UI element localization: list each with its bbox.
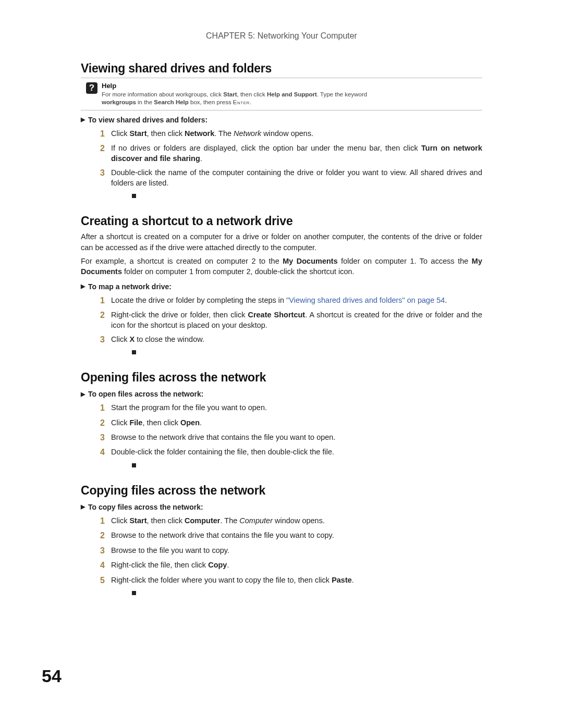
document-page: CHAPTER 5: Networking Your Computer View… (0, 0, 563, 644)
step-text: Click File, then click Open. (111, 417, 482, 429)
triangle-icon: ▶ (81, 503, 85, 510)
triangle-icon: ▶ (81, 391, 85, 398)
step-text: Double-click the name of the computer co… (111, 167, 482, 201)
step-number: 2 (90, 417, 111, 429)
step-text: Browse to the network drive that contain… (111, 530, 482, 541)
step-number: 4 (90, 560, 111, 571)
step-number: 2 (90, 530, 111, 541)
question-icon: ? (86, 82, 97, 94)
step-text: Browse to the file you want to copy. (111, 545, 482, 557)
section-rule (81, 78, 482, 78)
step-number: 1 (90, 295, 111, 306)
step-item: 3 Click X to close the window. (90, 334, 482, 357)
step-text: Click X to close the window. (111, 334, 482, 357)
steps-map-drive: 1 Locate the drive or folder by completi… (90, 295, 482, 357)
triangle-icon: ▶ (81, 283, 85, 290)
end-square-icon (132, 463, 136, 467)
step-item: 2 If no drives or folders are displayed,… (90, 143, 482, 164)
end-square-icon (132, 591, 136, 595)
step-number: 3 (90, 545, 111, 557)
step-text: Right-click the folder where you want to… (111, 575, 482, 598)
step-number: 3 (90, 167, 111, 201)
step-item: 5 Right-click the folder where you want … (90, 575, 482, 598)
step-text: Start the program for the file you want … (111, 402, 482, 414)
step-text: Locate the drive or folder by completing… (111, 295, 482, 306)
chapter-header: CHAPTER 5: Networking Your Computer (81, 31, 482, 41)
page-number: 54 (42, 666, 62, 686)
step-item: 3 Browse to the network drive that conta… (90, 432, 482, 443)
step-item: 4 Double-click the folder containing the… (90, 447, 482, 470)
steps-open-files: 1 Start the program for the file you wan… (90, 402, 482, 470)
step-text: Click Start, then click Network. The Net… (111, 128, 482, 140)
step-item: 2 Right-click the drive or folder, then … (90, 310, 482, 331)
step-item: 1 Start the program for the file you wan… (90, 402, 482, 414)
step-text: Double-click the folder containing the f… (111, 447, 482, 470)
step-number: 3 (90, 432, 111, 443)
step-item: 2 Browse to the network drive that conta… (90, 530, 482, 541)
step-number: 4 (90, 447, 111, 470)
end-square-icon (132, 350, 136, 354)
step-number: 3 (90, 334, 111, 357)
step-item: 4 Right-click the file, then click Copy. (90, 560, 482, 571)
step-number: 5 (90, 575, 111, 598)
end-square-icon (132, 194, 136, 198)
step-text: Click Start, then click Computer. The Co… (111, 515, 482, 527)
paragraph: For example, a shortcut is created on co… (81, 256, 482, 277)
help-rule (81, 110, 482, 110)
step-text: Right-click the file, then click Copy. (111, 560, 482, 571)
step-text: If no drives or folders are displayed, c… (111, 143, 482, 164)
step-number: 1 (90, 128, 111, 140)
help-callout: ? Help For more information about workgr… (81, 81, 482, 107)
step-number: 1 (90, 402, 111, 414)
step-number: 2 (90, 143, 111, 164)
step-item: 1 Click Start, then click Computer. The … (90, 515, 482, 527)
step-item: 2 Click File, then click Open. (90, 417, 482, 429)
help-title: Help (102, 81, 367, 91)
step-number: 2 (90, 310, 111, 331)
step-text: Right-click the drive or folder, then cl… (111, 310, 482, 331)
paragraph: After a shortcut is created on a compute… (81, 231, 482, 253)
help-body: Help For more information about workgrou… (102, 81, 367, 107)
heading-shortcut-network: Creating a shortcut to a network drive (81, 214, 482, 228)
step-item: 3 Double-click the name of the computer … (90, 167, 482, 201)
heading-viewing-shared: Viewing shared drives and folders (81, 61, 482, 76)
heading-copying-files: Copying files across the network (81, 484, 482, 498)
step-text: Browse to the network drive that contain… (111, 432, 482, 443)
triangle-icon: ▶ (81, 116, 85, 123)
steps-copy-files: 1 Click Start, then click Computer. The … (90, 515, 482, 598)
heading-opening-files: Opening files across the network (81, 371, 482, 385)
step-item: 1 Locate the drive or folder by completi… (90, 295, 482, 306)
subhead-view-shared: ▶ To view shared drives and folders: (81, 116, 482, 124)
cross-reference-link[interactable]: "Viewing shared drives and folders" on p… (286, 296, 445, 304)
steps-view-shared: 1 Click Start, then click Network. The N… (90, 128, 482, 201)
subhead-map-drive: ▶ To map a network drive: (81, 282, 482, 291)
subhead-copy-files: ▶ To copy files across the network: (81, 503, 482, 511)
subhead-open-files: ▶ To open files across the network: (81, 390, 482, 398)
step-number: 1 (90, 515, 111, 527)
step-item: 1 Click Start, then click Network. The N… (90, 128, 482, 140)
step-item: 3 Browse to the file you want to copy. (90, 545, 482, 557)
help-text: For more information about workgroups, c… (102, 91, 367, 106)
